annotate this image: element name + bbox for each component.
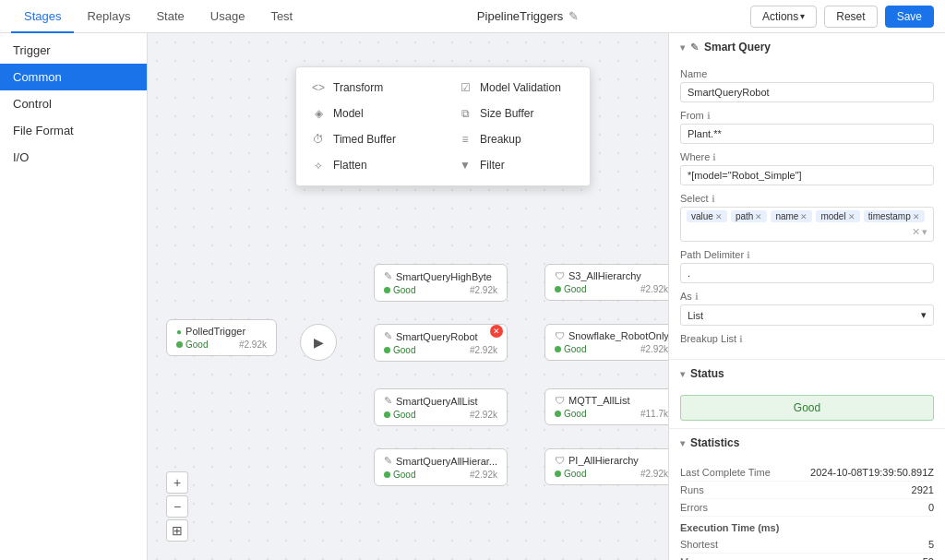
sq-node-3-status: Good #2.92k [384, 410, 497, 420]
out3-icon: 🛡 [555, 395, 565, 406]
flatten-icon: ⟡ [311, 159, 326, 172]
menu-item-filter[interactable]: ▼ Filter [443, 152, 590, 178]
sq2-status-good: Good [384, 345, 415, 355]
menu-item-transform[interactable]: <> Transform [296, 75, 443, 101]
stat-row-runs: Runs 2921 [680, 482, 934, 499]
sidebar-item-trigger[interactable]: Trigger [0, 37, 147, 64]
out-node-2-title: 🛡 Snowflake_RobotOnly [555, 330, 668, 341]
out-node-1[interactable]: 🛡 S3_AllHierarchy Good #2.92k [544, 264, 668, 301]
sq-node-2-container: ✕ ✎ SmartQueryRobot Good #2.92k [384, 330, 497, 355]
tag-timestamp-remove[interactable]: ✕ [913, 212, 920, 221]
sq3-icon: ✎ [384, 395, 392, 407]
sq-node-4[interactable]: ✎ SmartQueryAllHierar... Good #2.92k [374, 448, 508, 486]
stat-row-last-complete: Last Complete Time 2024-10-08T19:39:50.8… [680, 464, 934, 482]
tab-stages[interactable]: Stages [11, 0, 74, 33]
as-info-icon: ℹ [695, 292, 699, 302]
main-layout: Trigger Common Control File Format I/O <… [0, 33, 945, 560]
out-node-1-title: 🛡 S3_AllHierarchy [555, 270, 668, 281]
sq-node-2[interactable]: ✕ ✎ SmartQueryRobot Good #2.92k [374, 324, 508, 362]
filter-icon: ▼ [458, 159, 472, 172]
breakup-list-label: Breakup List ℹ [680, 333, 934, 344]
sq-node-2-title: ✎ SmartQueryRobot [384, 330, 497, 342]
menu-item-breakup[interactable]: ≡ Breakup [443, 126, 590, 152]
name-label: Name [680, 68, 934, 79]
menu-item-model[interactable]: ◈ Model [296, 101, 443, 126]
fit-view-button[interactable]: ⊞ [166, 519, 188, 542]
tag-model: model ✕ [816, 210, 859, 222]
status-chevron-icon: ▾ [680, 369, 685, 379]
menu-item-flatten[interactable]: ⟡ Flatten [296, 152, 443, 178]
zoom-in-button[interactable]: + [166, 471, 188, 494]
right-panel: ▾ ✎ Smart Query Name From ℹ [668, 33, 945, 560]
tab-replays[interactable]: Replays [74, 0, 143, 33]
exec-time-title: Execution Time (ms) [680, 522, 934, 533]
path-delimiter-info-icon: ℹ [747, 250, 750, 260]
trigger-node-title: ● PolledTrigger [176, 326, 267, 337]
breakup-icon: ≡ [458, 133, 472, 146]
out-node-3[interactable]: 🛡 MQTT_AllList Good #11.7k [544, 388, 668, 425]
statistics-header[interactable]: ▾ Statistics [669, 429, 945, 457]
out-node-4-status: Good #2.92k [555, 469, 668, 479]
sq4-icon: ✎ [384, 455, 392, 467]
out2-status-good: Good [555, 344, 586, 354]
sidebar-item-fileformat[interactable]: File Format [0, 117, 147, 144]
path-delimiter-input[interactable] [680, 263, 934, 283]
status-section: ▾ Status Good [669, 360, 945, 429]
sq-node-3-title: ✎ SmartQueryAllList [384, 395, 497, 407]
out-node-4[interactable]: 🛡 PI_AllHierarchy Good #2.92k [544, 448, 668, 485]
sq-node-3[interactable]: ✎ SmartQueryAllList Good #2.92k [374, 388, 508, 426]
tag-name-remove[interactable]: ✕ [800, 212, 807, 221]
actions-button[interactable]: Actions ▾ [750, 6, 817, 28]
from-input[interactable] [680, 124, 934, 144]
select-field-group: Select ℹ value ✕ path ✕ name ✕ model ✕ t… [680, 193, 934, 242]
statistics-chevron-icon: ▾ [680, 438, 685, 448]
save-button[interactable]: Save [885, 6, 934, 28]
pipeline-title: PipelineTriggers ✎ [305, 9, 750, 23]
menu-item-timed-buffer[interactable]: ⏱ Timed Buffer [296, 126, 443, 152]
path-delimiter-field-group: Path Delimiter ℹ [680, 249, 934, 283]
out3-status-good: Good [555, 409, 586, 419]
tag-timestamp: timestamp ✕ [864, 210, 925, 222]
out2-icon: 🛡 [555, 330, 565, 341]
menu-item-size-buffer[interactable]: ⧉ Size Buffer [443, 101, 590, 126]
tags-dropdown-button[interactable]: ▾ [922, 226, 927, 238]
as-label: As ℹ [680, 291, 934, 302]
name-input[interactable] [680, 82, 934, 102]
as-select[interactable]: List ▾ [680, 304, 934, 326]
size-buffer-icon: ⧉ [458, 107, 472, 120]
tags-clear-button[interactable]: ✕ [912, 226, 920, 238]
canvas-area: <> Transform ☑ Model Validation ◈ Model … [148, 33, 668, 560]
tag-value-remove[interactable]: ✕ [715, 212, 723, 221]
select-label: Select ℹ [680, 193, 934, 204]
where-input[interactable] [680, 165, 934, 185]
tag-model-remove[interactable]: ✕ [848, 212, 855, 221]
sidebar-item-common[interactable]: Common [0, 64, 147, 90]
sq1-icon: ✎ [384, 270, 392, 282]
out-node-1-status: Good #2.92k [555, 284, 668, 294]
as-field-group: As ℹ List ▾ [680, 291, 934, 326]
tab-usage[interactable]: Usage [197, 0, 258, 33]
menu-item-model-validation[interactable]: ☑ Model Validation [443, 75, 590, 101]
smart-query-header[interactable]: ▾ ✎ Smart Query [669, 33, 945, 61]
reset-button[interactable]: Reset [824, 6, 877, 28]
trigger-node[interactable]: ● PolledTrigger Good #2.92k [166, 319, 277, 356]
select-info-icon: ℹ [712, 194, 715, 204]
model-validation-icon: ☑ [458, 81, 472, 94]
stat-row-errors: Errors 0 [680, 499, 934, 517]
tab-state[interactable]: State [143, 0, 197, 33]
sidebar-item-control[interactable]: Control [0, 90, 147, 117]
sidebar-item-io[interactable]: I/O [0, 144, 147, 171]
tag-path-remove[interactable]: ✕ [755, 212, 762, 221]
play-button[interactable]: ▶ [300, 324, 337, 361]
zoom-out-button[interactable]: − [166, 495, 188, 518]
out-node-3-title: 🛡 MQTT_AllList [555, 395, 668, 406]
out-node-2[interactable]: 🛡 Snowflake_RobotOnly Good #2.92k [544, 324, 668, 361]
edit-icon[interactable]: ✎ [568, 9, 579, 23]
sq-node-2-error-badge: ✕ [490, 325, 503, 338]
sq-node-4-status: Good #2.92k [384, 470, 497, 480]
status-header[interactable]: ▾ Status [669, 360, 945, 387]
sq-node-1[interactable]: ✎ SmartQueryHighByte Good #2.92k [374, 264, 508, 302]
tab-test[interactable]: Test [257, 0, 305, 33]
stat-row-shortest: Shortest 5 [680, 536, 934, 554]
select-tags-row: value ✕ path ✕ name ✕ model ✕ timestamp … [680, 207, 934, 242]
